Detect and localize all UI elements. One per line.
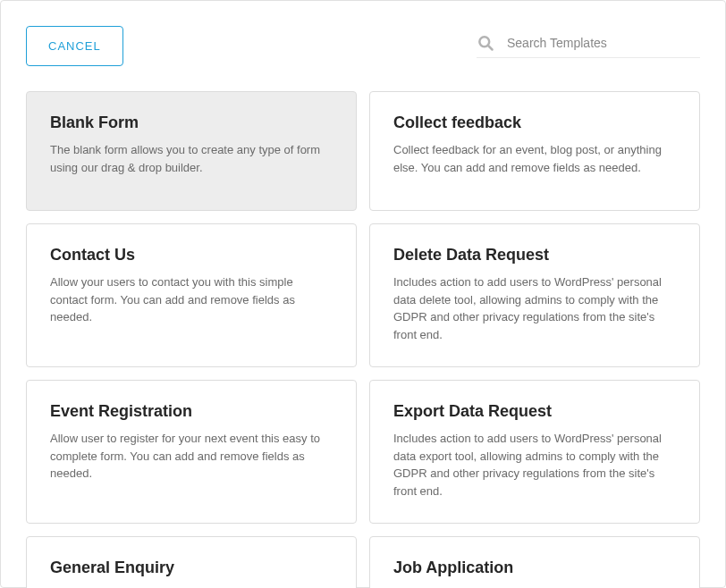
template-card-title: Export Data Request — [393, 402, 676, 421]
templates-grid: Blank FormThe blank form allows you to c… — [26, 91, 700, 588]
template-card[interactable]: General Enquiry — [26, 536, 357, 588]
template-card[interactable]: Collect feedbackCollect feedback for an … — [369, 91, 700, 211]
template-card-title: Blank Form — [50, 113, 333, 132]
search-field[interactable] — [477, 34, 700, 58]
template-card-description: Allow your users to contact you with thi… — [50, 273, 333, 326]
search-input[interactable] — [507, 36, 700, 50]
template-card-title: Collect feedback — [393, 113, 676, 132]
template-card-description: The blank form allows you to create any … — [50, 141, 333, 176]
template-card-title: Job Application — [393, 559, 676, 577]
template-card-description: Collect feedback for an event, blog post… — [393, 141, 676, 176]
template-card-title: General Enquiry — [50, 559, 333, 577]
template-card[interactable]: Contact UsAllow your users to contact yo… — [26, 223, 357, 367]
header-row: CANCEL — [26, 26, 700, 66]
template-card[interactable]: Export Data RequestIncludes action to ad… — [369, 380, 700, 524]
template-card-description: Allow user to register for your next eve… — [50, 430, 333, 483]
search-icon — [477, 34, 494, 52]
template-picker-panel: CANCEL Blank FormThe blank form allows y… — [0, 0, 726, 588]
template-card-title: Delete Data Request — [393, 246, 676, 265]
template-card[interactable]: Blank FormThe blank form allows you to c… — [26, 91, 357, 211]
template-card[interactable]: Job Application — [369, 536, 700, 588]
template-card[interactable]: Event RegistrationAllow user to register… — [26, 380, 357, 524]
template-card-title: Event Registration — [50, 402, 333, 421]
template-card-description: Includes action to add users to WordPres… — [393, 430, 676, 500]
cancel-button[interactable]: CANCEL — [26, 26, 123, 66]
template-card-description: Includes action to add users to WordPres… — [393, 273, 676, 343]
template-card-title: Contact Us — [50, 246, 333, 265]
svg-line-1 — [488, 46, 493, 50]
template-card[interactable]: Delete Data RequestIncludes action to ad… — [369, 223, 700, 367]
